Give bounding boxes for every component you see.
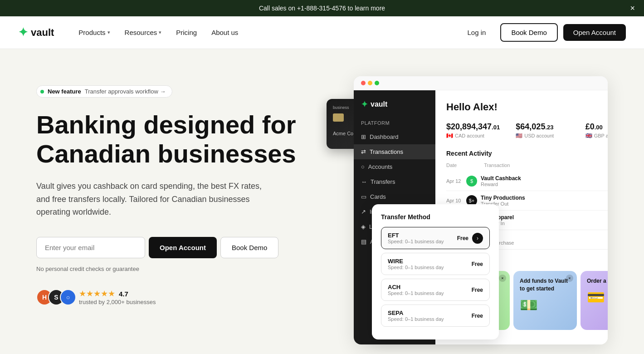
sidebar-item-transactions[interactable]: ⇄ Transactions xyxy=(354,144,435,159)
sidebar-logo: ✦ vault xyxy=(354,99,435,117)
close-dot xyxy=(361,81,366,85)
activity-icon-1: $ xyxy=(466,176,477,187)
hero-right: business Acme Corporation ✦ vault xyxy=(327,76,608,339)
book-demo-hero-button[interactable]: Book Demo xyxy=(220,237,278,258)
hero-left: New feature Transfer approvals workflow … xyxy=(36,76,308,305)
balance-cad: $20,894,347.01 🇨🇦 CAD account xyxy=(446,122,505,139)
transfer-modal: Transfer Method EFT Speed: 0–1 business … xyxy=(372,204,499,339)
sidebar-item-label: Accounts xyxy=(368,163,392,170)
balance-gbp: £0.00 🇬🇧 GBP account xyxy=(585,122,608,139)
balance-usd: $64,025.23 🇺🇸 USD account xyxy=(516,122,574,139)
transfer-option-sepa[interactable]: SEPA Speed: 0–1 business day Free xyxy=(381,305,490,327)
logo[interactable]: ✦ vault xyxy=(18,25,54,39)
activity-desc-1: Vault Cashback Reward xyxy=(481,175,608,187)
nav-actions: Log in Book Demo Open Account xyxy=(459,23,626,42)
nav-links: Products ▾ Resources ▾ Pricing About us xyxy=(72,25,458,40)
sidebar-item-label: Dashboard xyxy=(370,133,399,140)
badge-dot xyxy=(40,90,44,93)
eft-next-button[interactable]: › xyxy=(472,233,483,244)
sidebar-company-label: Platform xyxy=(354,117,435,129)
sidebar-item-transfers[interactable]: ↔ Transfers xyxy=(354,174,435,189)
open-account-nav-button[interactable]: Open Account xyxy=(563,24,626,41)
recent-activity-title: Recent Activity xyxy=(446,150,608,157)
accounting-icon: ▤ xyxy=(361,238,366,245)
transactions-icon: ⇄ xyxy=(361,148,366,155)
nav-about[interactable]: About us xyxy=(205,25,244,40)
top-banner: Call sales on +1-888-315-4576 to learn m… xyxy=(0,0,644,16)
activity-desc-2: Tiny Productions Transfer Out xyxy=(481,195,608,206)
sidebar-item-label: Cards xyxy=(370,193,386,200)
new-feature-badge[interactable]: New feature Transfer approvals workflow … xyxy=(36,85,172,98)
promo-card-funds: × Add funds to Vault to get started 💵 xyxy=(513,271,577,330)
close-banner-button[interactable]: × xyxy=(630,4,635,13)
cards-icon: ▭ xyxy=(361,193,366,200)
promo-close-refer[interactable]: × xyxy=(499,275,506,282)
activity-row-1: Apr 12 $ Vault Cashback Reward xyxy=(446,172,608,191)
sidebar-item-cards[interactable]: ▭ Cards xyxy=(354,189,435,204)
navbar: ✦ vault Products ▾ Resources ▾ Pricing A… xyxy=(0,16,644,49)
sidebar-item-label: Transfers xyxy=(371,178,395,185)
sidebar-logo-text: vault xyxy=(371,100,387,108)
balance-row: $20,894,347.01 🇨🇦 CAD account $64,025.23… xyxy=(446,122,608,139)
accounts-icon: ○ xyxy=(361,163,365,170)
promo-emoji-card: 💳 xyxy=(587,289,608,306)
trust-row: H S ○ ★★★★★ 4.7 trusted by 2,000+ busine… xyxy=(36,289,308,305)
book-demo-button[interactable]: Book Demo xyxy=(500,23,557,42)
sidebar-item-dashboard[interactable]: ⊞ Dashboard xyxy=(354,129,435,144)
open-account-hero-button[interactable]: Open Account xyxy=(149,237,217,258)
hero-subtitle: Vault gives you cashback on card spendin… xyxy=(36,180,272,219)
investments-icon: ↗ xyxy=(361,208,366,215)
nav-products[interactable]: Products ▾ xyxy=(72,25,116,40)
window-header xyxy=(354,76,608,90)
products-chevron-icon: ▾ xyxy=(107,30,110,35)
promo-card-card: Order a phy... card 💳 xyxy=(581,271,608,330)
nav-resources[interactable]: Resources ▾ xyxy=(118,25,168,40)
logo-icon: ✦ xyxy=(18,25,28,39)
greeting-text: Hello Alex! xyxy=(446,101,608,113)
maximize-dot xyxy=(375,81,379,85)
loans-icon: ◈ xyxy=(361,223,366,230)
banner-text: Call sales on +1-888-315-4576 to learn m… xyxy=(259,5,385,12)
trust-avatars: H S ○ xyxy=(36,289,72,305)
transfer-option-ach[interactable]: ACH Speed: 0–1 business day Free xyxy=(381,279,490,301)
transfer-modal-title: Transfer Method xyxy=(381,213,490,221)
rating-block: ★★★★★ 4.7 trusted by 2,000+ businesses xyxy=(79,289,156,305)
activity-desc-3: AAA Apparel Transfer In xyxy=(481,214,608,226)
login-button[interactable]: Log in xyxy=(459,24,495,41)
transfer-option-wire[interactable]: WIRE Speed: 0–1 business day Free xyxy=(381,253,490,275)
activity-desc-4: Figma Card Purchase xyxy=(481,234,608,246)
no-credit-text: No personal credit checks or guarantee xyxy=(36,266,308,272)
promo-emoji-funds: 💵 xyxy=(520,296,571,314)
resources-chevron-icon: ▾ xyxy=(159,30,161,35)
nav-pricing[interactable]: Pricing xyxy=(170,25,203,40)
promo-close-funds[interactable]: × xyxy=(566,275,573,282)
sidebar-item-label: Transactions xyxy=(370,148,403,155)
email-form: Open Account Book Demo xyxy=(36,237,308,258)
logo-text: vault xyxy=(31,27,54,39)
minimize-dot xyxy=(368,81,372,85)
card-chip xyxy=(333,113,344,122)
transfers-icon: ↔ xyxy=(361,178,367,185)
transfer-option-eft[interactable]: EFT Speed: 0–1 business day Free › xyxy=(381,227,490,249)
avatar-3: ○ xyxy=(60,289,76,305)
window-controls xyxy=(361,81,379,85)
activity-header: Date Transaction xyxy=(446,162,608,168)
dashboard-icon: ⊞ xyxy=(361,133,366,140)
sidebar-item-accounts[interactable]: ○ Accounts xyxy=(354,159,435,174)
email-input[interactable] xyxy=(36,237,145,258)
sidebar-logo-icon: ✦ xyxy=(361,99,368,109)
stars: ★★★★★ xyxy=(79,289,115,299)
hero-title: Banking designed for Canadian businesses xyxy=(36,110,308,169)
hero-section: New feature Transfer approvals workflow … xyxy=(0,49,644,354)
